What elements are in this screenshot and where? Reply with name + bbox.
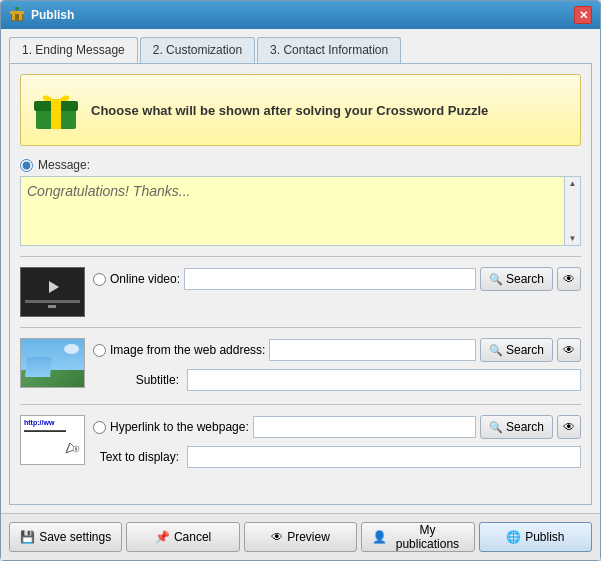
subtitle-label: Subtitle: bbox=[93, 373, 183, 387]
save-settings-button[interactable]: 💾 Save settings bbox=[9, 522, 122, 552]
message-label: Message: bbox=[38, 158, 90, 172]
hyperlink-thumbnail: http://ww ▬▬▬▬▬▬▬ bbox=[20, 415, 85, 465]
image-search-button[interactable]: 🔍 Search bbox=[480, 338, 553, 362]
hyperlink-search-label: Search bbox=[506, 420, 544, 434]
video-url-row: Online video: 🔍 Search 👁 bbox=[93, 267, 581, 291]
video-thumbnail bbox=[20, 267, 85, 317]
image-radio[interactable] bbox=[93, 344, 106, 357]
image-preview-button[interactable]: 👁 bbox=[557, 338, 581, 362]
video-label: Online video: bbox=[110, 272, 180, 286]
close-button[interactable]: ✕ bbox=[574, 6, 592, 24]
image-url-row: Image from the web address: 🔍 Search 👁 bbox=[93, 338, 581, 362]
subtitle-input[interactable] bbox=[187, 369, 581, 391]
tab-content-area: Choose what will be shown after solving … bbox=[9, 63, 592, 505]
main-window: Publish ✕ 1. Ending Message 2. Customiza… bbox=[0, 0, 601, 561]
image-thumbnail bbox=[20, 338, 85, 388]
hyperlink-url-input[interactable] bbox=[253, 416, 476, 438]
title-bar: Publish ✕ bbox=[1, 1, 600, 29]
gift-icon bbox=[31, 85, 81, 135]
eye-icon-2: 👁 bbox=[563, 343, 575, 357]
textarea-scroll-up[interactable]: ▲ bbox=[569, 179, 577, 188]
tab-ending-message[interactable]: 1. Ending Message bbox=[9, 37, 138, 63]
tab-contact-info[interactable]: 3. Contact Information bbox=[257, 37, 401, 63]
image-label: Image from the web address: bbox=[110, 343, 265, 357]
textarea-scroll-down[interactable]: ▼ bbox=[569, 234, 577, 243]
image-section: Image from the web address: 🔍 Search 👁 S… bbox=[20, 338, 581, 394]
publish-icon: 🌐 bbox=[506, 530, 521, 544]
publish-label: Publish bbox=[525, 530, 564, 544]
cancel-label: Cancel bbox=[174, 530, 211, 544]
svg-rect-2 bbox=[15, 13, 19, 21]
video-form: Online video: 🔍 Search 👁 bbox=[93, 267, 581, 294]
hyperlink-form: Hyperlink to the webpage: 🔍 Search 👁 Tex… bbox=[93, 415, 581, 471]
window-title: Publish bbox=[31, 8, 574, 22]
search-icon-2: 🔍 bbox=[489, 344, 503, 357]
hyperlink-section: http://ww ▬▬▬▬▬▬▬ bbox=[20, 415, 581, 471]
svg-rect-3 bbox=[10, 11, 24, 14]
window-icon bbox=[9, 7, 25, 23]
hyperlink-url-row: Hyperlink to the webpage: 🔍 Search 👁 bbox=[93, 415, 581, 439]
eye-icon: 👁 bbox=[563, 272, 575, 286]
hyperlink-label: Hyperlink to the webpage: bbox=[110, 420, 249, 434]
publish-button[interactable]: 🌐 Publish bbox=[479, 522, 592, 552]
search-icon-3: 🔍 bbox=[489, 421, 503, 434]
preview-button[interactable]: 👁 Preview bbox=[244, 522, 357, 552]
my-publications-button[interactable]: 👤 My publications bbox=[361, 522, 474, 552]
text-display-row: Text to display: bbox=[93, 446, 581, 468]
image-form: Image from the web address: 🔍 Search 👁 S… bbox=[93, 338, 581, 394]
tab-customization[interactable]: 2. Customization bbox=[140, 37, 255, 63]
my-publications-label: My publications bbox=[391, 523, 463, 551]
hyperlink-search-button[interactable]: 🔍 Search bbox=[480, 415, 553, 439]
hyperlink-preview-button[interactable]: 👁 bbox=[557, 415, 581, 439]
message-textarea[interactable] bbox=[20, 176, 565, 246]
message-section: Message: ▲ ▼ bbox=[20, 158, 581, 246]
cancel-icon: 📌 bbox=[155, 530, 170, 544]
message-radio-row: Message: bbox=[20, 158, 581, 172]
subtitle-row: Subtitle: bbox=[93, 369, 581, 391]
svg-marker-12 bbox=[49, 281, 59, 293]
text-display-label: Text to display: bbox=[93, 450, 183, 464]
svg-point-5 bbox=[15, 7, 19, 10]
search-icon: 🔍 bbox=[489, 273, 503, 286]
video-radio[interactable] bbox=[93, 273, 106, 286]
banner-section: Choose what will be shown after solving … bbox=[20, 74, 581, 146]
image-search-label: Search bbox=[506, 343, 544, 357]
save-settings-label: Save settings bbox=[39, 530, 111, 544]
publications-icon: 👤 bbox=[372, 530, 387, 544]
hyperlink-radio[interactable] bbox=[93, 421, 106, 434]
video-search-label: Search bbox=[506, 272, 544, 286]
main-content: 1. Ending Message 2. Customization 3. Co… bbox=[1, 29, 600, 513]
tab-bar: 1. Ending Message 2. Customization 3. Co… bbox=[9, 37, 592, 63]
save-icon: 💾 bbox=[20, 530, 35, 544]
svg-rect-11 bbox=[51, 99, 61, 111]
preview-icon: 👁 bbox=[271, 530, 283, 544]
video-search-button[interactable]: 🔍 Search bbox=[480, 267, 553, 291]
banner-text: Choose what will be shown after solving … bbox=[91, 103, 488, 118]
online-video-section: Online video: 🔍 Search 👁 bbox=[20, 267, 581, 317]
message-radio[interactable] bbox=[20, 159, 33, 172]
video-url-input[interactable] bbox=[184, 268, 476, 290]
video-preview-button[interactable]: 👁 bbox=[557, 267, 581, 291]
bottom-bar: 💾 Save settings 📌 Cancel 👁 Preview 👤 My … bbox=[1, 513, 600, 560]
eye-icon-3: 👁 bbox=[563, 420, 575, 434]
text-display-input[interactable] bbox=[187, 446, 581, 468]
preview-label: Preview bbox=[287, 530, 330, 544]
cancel-button[interactable]: 📌 Cancel bbox=[126, 522, 239, 552]
image-url-input[interactable] bbox=[269, 339, 476, 361]
